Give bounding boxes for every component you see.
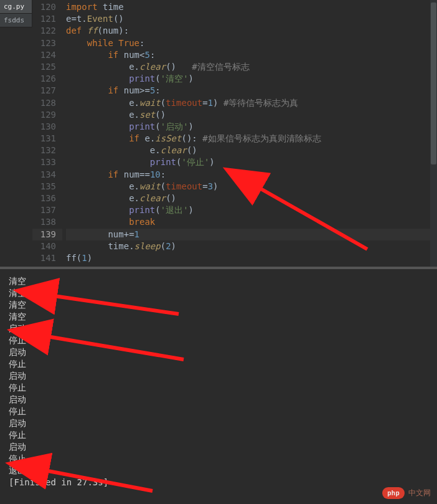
- code-line[interactable]: e.wait(timeout=1) #等待信号标志为真: [66, 97, 432, 109]
- watermark-text: 中文网: [408, 488, 431, 498]
- code-area[interactable]: import timee=t.Event()def ff(num): while…: [66, 0, 432, 264]
- output-line: 启动: [9, 417, 428, 429]
- code-line[interactable]: e.clear(): [66, 145, 432, 156]
- line-number: 141: [32, 252, 62, 264]
- output-line: 停止: [9, 358, 428, 370]
- output-line: 停止: [9, 429, 428, 441]
- output-line: 退出: [9, 465, 428, 477]
- code-line[interactable]: e.wait(timeout=3): [66, 181, 432, 193]
- line-number: 134: [32, 169, 62, 181]
- output-line: 停止: [9, 382, 428, 394]
- line-number: 127: [32, 85, 62, 97]
- line-number: 121: [32, 13, 62, 25]
- output-line: 启动: [9, 370, 428, 382]
- line-number: 131: [32, 133, 62, 145]
- code-editor[interactable]: 1201211221231241251261271281291301311321…: [0, 0, 437, 269]
- line-number: 139: [32, 229, 62, 240]
- output-line: 停止: [9, 453, 428, 465]
- line-number: 130: [32, 121, 62, 133]
- code-line[interactable]: while True:: [66, 37, 432, 49]
- watermark: php 中文网: [382, 487, 431, 499]
- line-number: 129: [32, 109, 62, 121]
- output-finished: [Finished in 27.3s]: [9, 477, 428, 488]
- editor-scrollbar[interactable]: [430, 0, 437, 267]
- line-number: 128: [32, 97, 62, 109]
- output-line: 清空: [9, 299, 428, 311]
- code-line[interactable]: num+=1: [66, 229, 432, 240]
- code-line[interactable]: if num==10:: [66, 169, 432, 181]
- code-line[interactable]: if num<5:: [66, 49, 432, 61]
- output-line: 启动: [9, 323, 428, 335]
- output-line: 启动: [9, 394, 428, 406]
- line-number: 135: [32, 181, 62, 193]
- output-line: 清空: [9, 275, 428, 287]
- line-number: 133: [32, 156, 62, 168]
- line-number: 138: [32, 216, 62, 228]
- line-number: 126: [32, 73, 62, 85]
- code-line[interactable]: print('停止'): [66, 156, 432, 168]
- line-number: 125: [32, 61, 62, 73]
- code-line[interactable]: e=t.Event(): [66, 13, 432, 25]
- tab-file[interactable]: fsdds: [0, 14, 32, 27]
- code-line[interactable]: break: [66, 216, 432, 228]
- line-gutter: 1201211221231241251261271281291301311321…: [32, 0, 62, 264]
- line-number: 132: [32, 145, 62, 156]
- code-line[interactable]: time.sleep(2): [66, 240, 432, 252]
- code-line[interactable]: e.set(): [66, 109, 432, 121]
- line-number: 120: [32, 1, 62, 13]
- tab-file[interactable]: cg.py: [0, 0, 32, 14]
- code-line[interactable]: e.clear() #清空信号标志: [66, 61, 432, 73]
- output-panel[interactable]: 清空清空清空清空启动停止启动停止启动停止启动停止启动停止启动停止退出[Finis…: [0, 269, 437, 504]
- code-line[interactable]: if num>=5:: [66, 85, 432, 97]
- output-line: 启动: [9, 346, 428, 358]
- tab-bar: cg.py fsdds: [0, 0, 32, 27]
- code-line[interactable]: e.clear(): [66, 193, 432, 204]
- output-line: 停止: [9, 335, 428, 346]
- output-line: 清空: [9, 311, 428, 323]
- output-line: 清空: [9, 287, 428, 299]
- code-line[interactable]: print('清空'): [66, 73, 432, 85]
- line-number: 123: [32, 37, 62, 49]
- code-line[interactable]: def ff(num):: [66, 25, 432, 37]
- output-line: 启动: [9, 441, 428, 453]
- scrollbar-thumb[interactable]: [431, 2, 436, 164]
- line-number: 124: [32, 49, 62, 61]
- line-number: 122: [32, 25, 62, 37]
- line-number: 136: [32, 193, 62, 204]
- line-number: 137: [32, 204, 62, 216]
- code-line[interactable]: print('启动'): [66, 121, 432, 133]
- watermark-badge: php: [382, 487, 405, 499]
- code-line[interactable]: if e.isSet(): #如果信号标志为真则清除标志: [66, 133, 432, 145]
- output-line: 停止: [9, 406, 428, 417]
- code-line[interactable]: print('退出'): [66, 204, 432, 216]
- line-number: 140: [32, 240, 62, 252]
- code-line[interactable]: ff(1): [66, 252, 432, 264]
- code-line[interactable]: import time: [66, 1, 432, 13]
